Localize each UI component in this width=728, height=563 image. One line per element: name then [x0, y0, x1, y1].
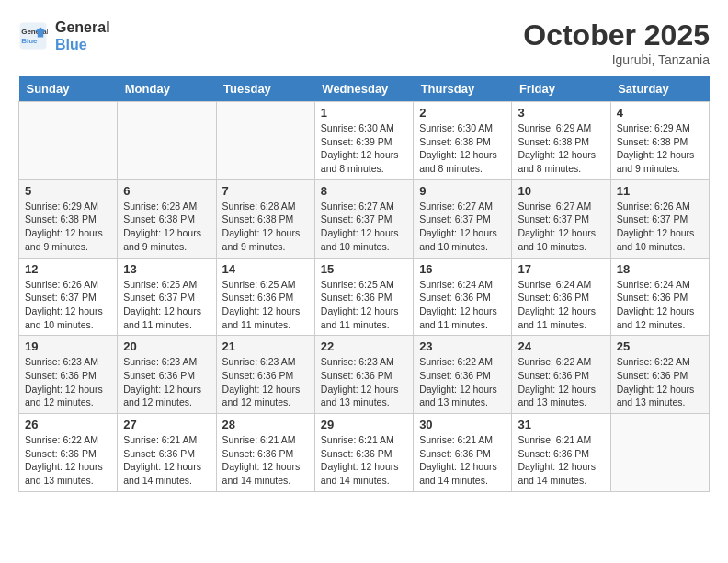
calendar-cell: 17Sunrise: 6:24 AM Sunset: 6:36 PM Dayli… [512, 258, 610, 336]
logo-icon: General Blue [18, 21, 48, 51]
day-info: Sunrise: 6:30 AM Sunset: 6:39 PM Dayligh… [321, 121, 407, 176]
day-number: 26 [25, 418, 111, 431]
calendar-table: SundayMondayTuesdayWednesdayThursdayFrid… [18, 76, 710, 492]
day-number: 25 [617, 339, 703, 353]
calendar-cell: 25Sunrise: 6:22 AM Sunset: 6:36 PM Dayli… [610, 336, 709, 414]
day-info: Sunrise: 6:23 AM Sunset: 6:36 PM Dayligh… [25, 355, 111, 409]
day-number: 29 [321, 418, 407, 431]
logo-general: General [55, 18, 110, 36]
day-number: 9 [419, 184, 506, 198]
day-number: 13 [123, 262, 210, 276]
day-number: 16 [419, 262, 506, 276]
location-subtitle: Igurubi, Tanzania [523, 52, 710, 67]
day-number: 28 [222, 418, 309, 431]
svg-text:Blue: Blue [21, 37, 38, 45]
calendar-cell: 11Sunrise: 6:26 AM Sunset: 6:37 PM Dayli… [610, 179, 709, 258]
day-info: Sunrise: 6:21 AM Sunset: 6:36 PM Dayligh… [419, 433, 506, 488]
day-number: 3 [518, 106, 604, 120]
svg-text:General: General [21, 29, 48, 37]
calendar-cell: 20Sunrise: 6:23 AM Sunset: 6:36 PM Dayli… [118, 336, 216, 414]
calendar-cell [610, 414, 709, 492]
calendar-week-row: 5Sunrise: 6:29 AM Sunset: 6:38 PM Daylig… [19, 179, 710, 258]
calendar-cell: 3Sunrise: 6:29 AM Sunset: 6:38 PM Daylig… [512, 102, 610, 180]
calendar-cell: 18Sunrise: 6:24 AM Sunset: 6:36 PM Dayli… [610, 258, 709, 336]
calendar-cell: 9Sunrise: 6:27 AM Sunset: 6:37 PM Daylig… [414, 179, 512, 258]
day-number: 23 [419, 339, 506, 353]
calendar-cell [216, 102, 314, 180]
day-info: Sunrise: 6:27 AM Sunset: 6:37 PM Dayligh… [518, 200, 604, 254]
calendar-cell: 26Sunrise: 6:22 AM Sunset: 6:36 PM Dayli… [19, 414, 118, 492]
day-number: 1 [321, 106, 407, 120]
day-number: 30 [419, 418, 506, 431]
calendar-cell: 24Sunrise: 6:22 AM Sunset: 6:36 PM Dayli… [512, 336, 610, 414]
day-info: Sunrise: 6:23 AM Sunset: 6:36 PM Dayligh… [123, 355, 210, 409]
title-block: October 2025 Igurubi, Tanzania [523, 18, 710, 67]
day-number: 21 [222, 339, 309, 353]
calendar-cell: 31Sunrise: 6:21 AM Sunset: 6:36 PM Dayli… [512, 414, 610, 492]
calendar-cell: 15Sunrise: 6:25 AM Sunset: 6:36 PM Dayli… [314, 258, 413, 336]
day-info: Sunrise: 6:26 AM Sunset: 6:37 PM Dayligh… [25, 278, 111, 332]
calendar-cell: 30Sunrise: 6:21 AM Sunset: 6:36 PM Dayli… [414, 414, 512, 492]
day-info: Sunrise: 6:25 AM Sunset: 6:36 PM Dayligh… [321, 278, 407, 332]
weekday-header-monday: Monday [118, 76, 216, 102]
day-number: 4 [617, 106, 703, 120]
day-number: 17 [518, 262, 604, 276]
day-info: Sunrise: 6:24 AM Sunset: 6:36 PM Dayligh… [617, 278, 703, 332]
weekday-header-sunday: Sunday [19, 76, 118, 102]
calendar-cell: 19Sunrise: 6:23 AM Sunset: 6:36 PM Dayli… [19, 336, 118, 414]
calendar-cell: 21Sunrise: 6:23 AM Sunset: 6:36 PM Dayli… [216, 336, 314, 414]
weekday-header-wednesday: Wednesday [314, 76, 413, 102]
calendar-week-row: 26Sunrise: 6:22 AM Sunset: 6:36 PM Dayli… [19, 414, 710, 492]
day-number: 18 [617, 262, 703, 276]
day-info: Sunrise: 6:29 AM Sunset: 6:38 PM Dayligh… [25, 200, 111, 254]
calendar-cell: 10Sunrise: 6:27 AM Sunset: 6:37 PM Dayli… [512, 179, 610, 258]
calendar-cell [19, 102, 118, 180]
day-info: Sunrise: 6:22 AM Sunset: 6:36 PM Dayligh… [518, 355, 604, 409]
page-header: General Blue General Blue October 2025 I… [18, 18, 710, 67]
calendar-cell: 16Sunrise: 6:24 AM Sunset: 6:36 PM Dayli… [414, 258, 512, 336]
day-info: Sunrise: 6:24 AM Sunset: 6:36 PM Dayligh… [518, 278, 604, 332]
calendar-cell: 4Sunrise: 6:29 AM Sunset: 6:38 PM Daylig… [610, 102, 709, 180]
day-number: 27 [123, 418, 210, 431]
weekday-header-row: SundayMondayTuesdayWednesdayThursdayFrid… [19, 76, 710, 102]
weekday-header-tuesday: Tuesday [216, 76, 314, 102]
day-info: Sunrise: 6:22 AM Sunset: 6:36 PM Dayligh… [419, 355, 506, 409]
calendar-week-row: 1Sunrise: 6:30 AM Sunset: 6:39 PM Daylig… [19, 102, 710, 180]
calendar-cell: 13Sunrise: 6:25 AM Sunset: 6:37 PM Dayli… [118, 258, 216, 336]
day-number: 31 [518, 418, 604, 431]
day-info: Sunrise: 6:23 AM Sunset: 6:36 PM Dayligh… [222, 355, 309, 409]
calendar-cell [118, 102, 216, 180]
calendar-cell: 29Sunrise: 6:21 AM Sunset: 6:36 PM Dayli… [314, 414, 413, 492]
day-info: Sunrise: 6:26 AM Sunset: 6:37 PM Dayligh… [617, 200, 703, 254]
calendar-cell: 8Sunrise: 6:27 AM Sunset: 6:37 PM Daylig… [314, 179, 413, 258]
day-info: Sunrise: 6:21 AM Sunset: 6:36 PM Dayligh… [321, 433, 407, 488]
calendar-cell: 12Sunrise: 6:26 AM Sunset: 6:37 PM Dayli… [19, 258, 118, 336]
day-number: 11 [617, 184, 703, 198]
day-info: Sunrise: 6:24 AM Sunset: 6:36 PM Dayligh… [419, 278, 506, 332]
day-number: 8 [321, 184, 407, 198]
calendar-cell: 28Sunrise: 6:21 AM Sunset: 6:36 PM Dayli… [216, 414, 314, 492]
calendar-week-row: 12Sunrise: 6:26 AM Sunset: 6:37 PM Dayli… [19, 258, 710, 336]
day-info: Sunrise: 6:27 AM Sunset: 6:37 PM Dayligh… [419, 200, 506, 254]
day-info: Sunrise: 6:21 AM Sunset: 6:36 PM Dayligh… [222, 433, 309, 488]
day-info: Sunrise: 6:29 AM Sunset: 6:38 PM Dayligh… [617, 121, 703, 176]
day-info: Sunrise: 6:28 AM Sunset: 6:38 PM Dayligh… [222, 200, 309, 254]
day-number: 19 [25, 339, 111, 353]
day-info: Sunrise: 6:22 AM Sunset: 6:36 PM Dayligh… [25, 433, 111, 488]
calendar-cell: 7Sunrise: 6:28 AM Sunset: 6:38 PM Daylig… [216, 179, 314, 258]
day-number: 10 [518, 184, 604, 198]
weekday-header-friday: Friday [512, 76, 610, 102]
logo: General Blue General Blue [18, 18, 110, 53]
day-number: 22 [321, 339, 407, 353]
logo-blue: Blue [55, 36, 110, 53]
calendar-cell: 2Sunrise: 6:30 AM Sunset: 6:38 PM Daylig… [414, 102, 512, 180]
day-number: 12 [25, 262, 111, 276]
calendar-week-row: 19Sunrise: 6:23 AM Sunset: 6:36 PM Dayli… [19, 336, 710, 414]
day-info: Sunrise: 6:21 AM Sunset: 6:36 PM Dayligh… [518, 433, 604, 488]
day-info: Sunrise: 6:25 AM Sunset: 6:37 PM Dayligh… [123, 278, 210, 332]
day-number: 2 [419, 106, 506, 120]
calendar-cell: 23Sunrise: 6:22 AM Sunset: 6:36 PM Dayli… [414, 336, 512, 414]
day-info: Sunrise: 6:21 AM Sunset: 6:36 PM Dayligh… [123, 433, 210, 488]
calendar-cell: 22Sunrise: 6:23 AM Sunset: 6:36 PM Dayli… [314, 336, 413, 414]
day-info: Sunrise: 6:23 AM Sunset: 6:36 PM Dayligh… [321, 355, 407, 409]
